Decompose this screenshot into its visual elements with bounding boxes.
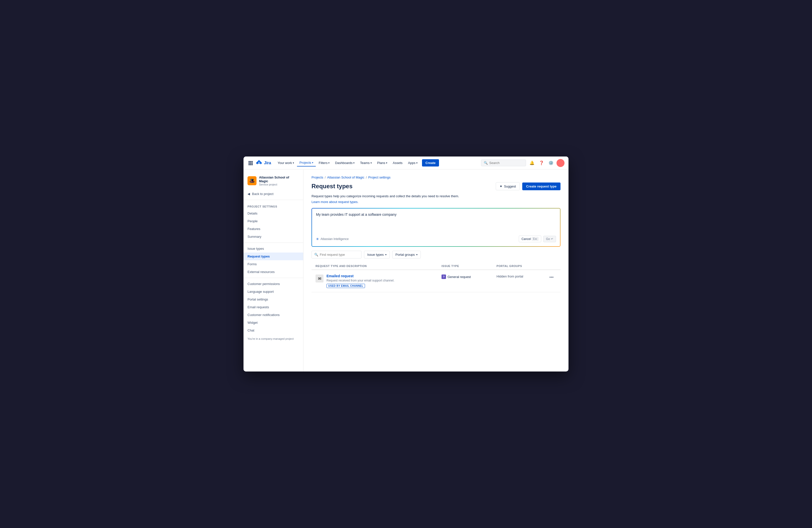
request-type-info: Emailed request Request received from yo…	[327, 274, 394, 288]
search-icon: 🔍	[314, 253, 318, 256]
nav-assets[interactable]: Assets	[390, 160, 405, 166]
ai-spinner-icon: ✳	[316, 237, 319, 241]
issue-type-cell: ? General request	[441, 274, 496, 279]
breadcrumb-project-settings[interactable]: Project settings	[368, 176, 391, 179]
chevron-down-icon: ▾	[353, 161, 354, 164]
portal-groups-dropdown[interactable]: Portal groups ▾	[392, 251, 421, 259]
go-button[interactable]: Go ↵	[543, 236, 556, 242]
search-icon: 🔍	[484, 161, 488, 165]
email-channel-badge: USED BY EMAIL CHANNEL	[327, 284, 365, 288]
notifications-icon[interactable]: 🔔	[528, 159, 536, 167]
nav-teams[interactable]: Teams ▾	[358, 160, 374, 166]
chevron-down-icon: ▾	[385, 253, 387, 256]
breadcrumb-projects[interactable]: Projects	[311, 176, 323, 179]
chevron-down-icon: ▾	[371, 161, 372, 164]
app-window: Jira Your work ▾ Projects ▾ Filters ▾ Da…	[244, 157, 568, 371]
sidebar-footer: You're in a company-managed project	[244, 334, 303, 343]
breadcrumb: Projects / Atlassian School of Magic / P…	[311, 176, 561, 179]
nav-dashboards[interactable]: Dashboards ▾	[333, 160, 357, 166]
chevron-down-icon: ▾	[386, 161, 387, 164]
project-info: Atlassian School of Magic Service projec…	[259, 176, 299, 186]
request-type-description: Request received from your email support…	[327, 279, 394, 282]
user-avatar[interactable]	[556, 159, 565, 167]
chevron-down-icon: ▾	[293, 161, 294, 164]
ai-prompt-footer: ✳ Atlassian Intelligence Cancel Esc Go ↵	[316, 235, 556, 242]
nav-apps[interactable]: Apps ▾	[406, 160, 420, 166]
create-request-type-button[interactable]: Create request type	[522, 182, 561, 190]
ai-label: ✳ Atlassian Intelligence	[316, 237, 349, 241]
chevron-down-icon: ▾	[328, 161, 330, 164]
sidebar-divider-3	[244, 278, 303, 278]
nav-your-work[interactable]: Your work ▾	[275, 160, 296, 166]
sidebar-item-request-types[interactable]: Request types	[244, 252, 303, 260]
suggest-star-icon: ✦	[499, 184, 503, 188]
svg-rect-7	[250, 164, 251, 165]
page-header-actions: ✦ Suggest Create request type	[496, 182, 561, 190]
sidebar-item-customer-notifications[interactable]: Customer notifications	[244, 311, 303, 319]
more-actions-button[interactable]: •••	[547, 274, 556, 279]
jira-logo[interactable]: Jira	[256, 160, 271, 166]
sidebar-item-details[interactable]: Details	[244, 209, 303, 217]
cancel-button[interactable]: Cancel Esc	[519, 235, 541, 242]
sidebar-item-features[interactable]: Features	[244, 225, 303, 233]
svg-rect-2	[251, 161, 253, 162]
request-type-search[interactable]: 🔍	[311, 251, 362, 259]
back-arrow-icon: ◀	[247, 192, 250, 196]
svg-rect-5	[251, 162, 253, 164]
sidebar-item-language-support[interactable]: Language support	[244, 288, 303, 295]
create-button[interactable]: Create	[422, 159, 439, 166]
top-navigation: Jira Your work ▾ Projects ▾ Filters ▾ Da…	[244, 157, 568, 170]
ai-prompt-box: My team provides IT support at a softwar…	[311, 208, 561, 247]
chevron-down-icon: ▾	[416, 253, 418, 256]
ai-prompt-textarea[interactable]: My team provides IT support at a softwar…	[316, 212, 556, 233]
learn-more-link[interactable]: Learn more about request types.	[311, 200, 359, 204]
grid-icon[interactable]	[247, 160, 253, 166]
sidebar-item-people[interactable]: People	[244, 217, 303, 225]
sidebar-project: 🎩 Atlassian School of Magic Service proj…	[244, 174, 303, 190]
suggest-button[interactable]: ✦ Suggest	[496, 182, 520, 190]
find-request-type-input[interactable]	[320, 253, 359, 256]
filters-row: 🔍 Issue types ▾ Portal groups ▾	[311, 251, 561, 259]
topnav-icon-group: 🔔 ❓ ⚙️	[528, 159, 565, 167]
request-type-cell: ✉ Emailed request Request received from …	[316, 274, 441, 288]
sidebar-item-email-requests[interactable]: Email requests	[244, 303, 303, 311]
sidebar-item-external-resources[interactable]: External resources	[244, 268, 303, 276]
request-type-icon: ✉	[316, 275, 323, 282]
sidebar-item-widget[interactable]: Widget	[244, 319, 303, 326]
sidebar-item-portal-settings[interactable]: Portal settings	[244, 295, 303, 303]
svg-rect-1	[250, 161, 251, 162]
sidebar-item-summary[interactable]: Summary	[244, 233, 303, 240]
main-navigation: Your work ▾ Projects ▾ Filters ▾ Dashboa…	[275, 159, 420, 166]
svg-rect-3	[248, 162, 250, 164]
breadcrumb-sep-2: /	[366, 176, 367, 179]
sidebar-item-forms[interactable]: Forms	[244, 260, 303, 268]
sidebar-item-customer-permissions[interactable]: Customer permissions	[244, 280, 303, 288]
nav-projects[interactable]: Projects ▾	[297, 159, 316, 166]
issue-types-dropdown[interactable]: Issue types ▾	[364, 251, 390, 259]
sidebar-item-chat[interactable]: Chat	[244, 326, 303, 334]
sidebar-section-header: Project settings	[244, 202, 303, 209]
svg-rect-8	[251, 164, 253, 165]
help-icon[interactable]: ❓	[537, 159, 546, 167]
main-content: Projects / Atlassian School of Magic / P…	[304, 170, 568, 371]
search-input[interactable]	[489, 161, 523, 165]
portal-groups-cell: Hidden from portal	[496, 274, 547, 278]
main-layout: 🎩 Atlassian School of Magic Service proj…	[244, 170, 568, 371]
nav-plans[interactable]: Plans ▾	[375, 160, 390, 166]
chevron-down-icon: ▾	[416, 161, 418, 164]
svg-rect-6	[248, 164, 250, 165]
enter-icon: ↵	[551, 237, 553, 240]
settings-icon[interactable]: ⚙️	[547, 159, 555, 167]
chevron-down-icon: ▾	[312, 161, 313, 164]
global-search[interactable]: 🔍	[481, 160, 526, 166]
ai-actions: Cancel Esc Go ↵	[519, 235, 556, 242]
svg-rect-0	[248, 161, 250, 162]
back-to-project[interactable]: ◀ Back to project	[244, 190, 303, 198]
esc-badge: Esc	[532, 237, 538, 241]
nav-filters[interactable]: Filters ▾	[316, 160, 332, 166]
breadcrumb-project[interactable]: Atlassian School of Magic	[327, 176, 364, 179]
page-header: Request types ✦ Suggest Create request t…	[311, 182, 561, 190]
sidebar-divider-2	[244, 243, 303, 243]
request-type-name[interactable]: Emailed request	[327, 274, 394, 278]
sidebar-item-issue-types[interactable]: Issue types	[244, 245, 303, 252]
